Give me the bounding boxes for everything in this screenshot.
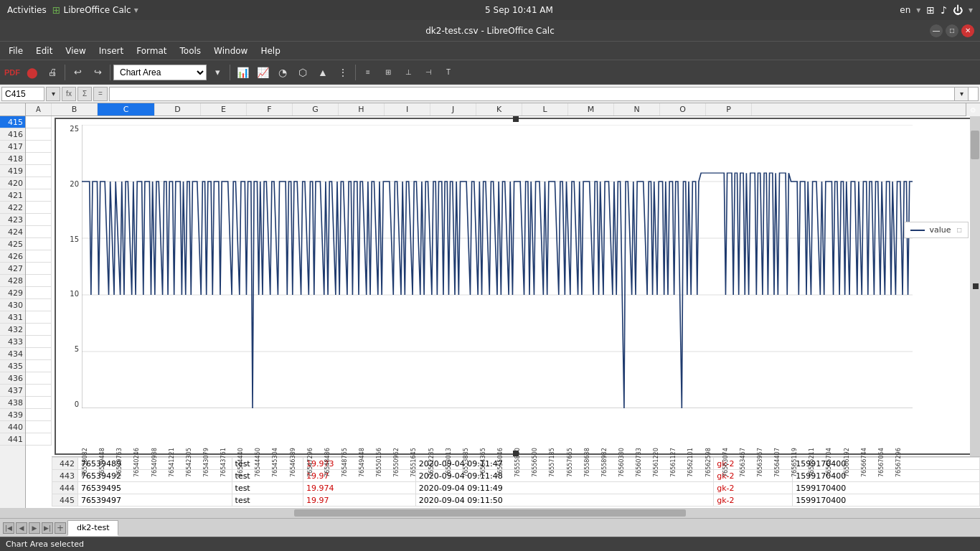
col-header-H[interactable]: H: [339, 103, 385, 116]
close-button[interactable]: ✕: [961, 24, 974, 37]
row-num-422[interactable]: 422: [0, 202, 25, 214]
tab-nav-last[interactable]: ▶|: [42, 522, 53, 534]
select-dropdown-btn[interactable]: ▾: [208, 63, 227, 82]
cell-a439[interactable]: 76: [26, 409, 51, 421]
chart-plot-area[interactable]: value □ 76538082 76539448 76539763 7654: [82, 125, 970, 448]
horizontal-scrollbar[interactable]: [0, 508, 980, 518]
menu-edit[interactable]: Edit: [30, 44, 58, 57]
row-num-420[interactable]: 420: [0, 177, 25, 189]
row-num-417[interactable]: 417: [0, 141, 25, 153]
add-sheet-button[interactable]: +: [55, 522, 66, 534]
cell-a438[interactable]: 76: [26, 397, 51, 409]
menu-window[interactable]: Window: [208, 44, 253, 57]
cell-a426[interactable]: 76: [26, 250, 51, 263]
formula-dropdown-btn[interactable]: ▾: [46, 87, 60, 101]
row-num-428[interactable]: 428: [0, 275, 25, 287]
cell-a416[interactable]: 76: [26, 128, 51, 141]
col-header-N[interactable]: N: [614, 103, 660, 116]
row-num-435[interactable]: 435: [0, 360, 25, 372]
formula-options-btn[interactable]: ▾: [954, 87, 969, 101]
cell-a419[interactable]: 76: [26, 165, 51, 177]
chart-pie-button[interactable]: ◔: [273, 63, 292, 82]
row-num-429[interactable]: 429: [0, 287, 25, 299]
cell-a425[interactable]: 76: [26, 238, 51, 250]
chart-area[interactable]: 25 20 15 10 5 0: [55, 118, 977, 455]
tab-nav-first[interactable]: |◀: [3, 522, 14, 534]
col-header-K[interactable]: K: [476, 103, 522, 116]
row-num-427[interactable]: 427: [0, 263, 25, 275]
row-num-436[interactable]: 436: [0, 372, 25, 385]
cell-a433[interactable]: 76: [26, 336, 51, 348]
col-header-A[interactable]: A: [26, 103, 52, 116]
chart-3d-button[interactable]: ⬡: [293, 63, 312, 82]
h-scrollbar-thumb[interactable]: [294, 509, 686, 517]
cell-a427[interactable]: 76: [26, 263, 51, 275]
menu-tools[interactable]: Tools: [174, 44, 207, 57]
cell-a424[interactable]: 76: [26, 226, 51, 238]
cell-a418[interactable]: 76: [26, 153, 51, 165]
row-num-432[interactable]: 432: [0, 324, 25, 336]
chart-resize-right[interactable]: [973, 283, 979, 289]
cell-445-a[interactable]: 76539497: [78, 494, 232, 507]
row-num-426[interactable]: 426: [0, 250, 25, 263]
undo-button[interactable]: ↩: [68, 63, 87, 82]
col-header-C[interactable]: C: [98, 103, 155, 116]
cell-a422[interactable]: 76: [26, 202, 51, 214]
chart-scatter-button[interactable]: ⋮: [334, 63, 352, 82]
activities-button[interactable]: Activities: [7, 5, 47, 15]
cell-a428[interactable]: 76: [26, 275, 51, 287]
cell-445-d[interactable]: 2020-09-04 09:11:50: [415, 494, 713, 507]
row-num-424[interactable]: 424: [0, 226, 25, 238]
col-header-D[interactable]: D: [155, 103, 201, 116]
row-num-419[interactable]: 419: [0, 165, 25, 177]
equals-btn[interactable]: =: [93, 87, 108, 101]
row-num-440[interactable]: 440: [0, 421, 25, 433]
cell-a434[interactable]: 76: [26, 348, 51, 360]
cell-445-e[interactable]: gk-2: [714, 494, 793, 507]
cell-a431[interactable]: 76: [26, 311, 51, 324]
table-row[interactable]: 445 76539497 test 19.97 2020-09-04 09:11…: [52, 494, 980, 507]
cell-a432[interactable]: 76: [26, 324, 51, 336]
cell-a437[interactable]: 76: [26, 385, 51, 397]
cell-a420[interactable]: 76: [26, 177, 51, 189]
row-num-416[interactable]: 416: [0, 128, 25, 141]
cell-a435[interactable]: 76: [26, 360, 51, 372]
cell-a429[interactable]: 76: [26, 287, 51, 299]
cell-445-b[interactable]: test: [232, 494, 303, 507]
col-header-E[interactable]: E: [201, 103, 247, 116]
row-num-437[interactable]: 437: [0, 385, 25, 397]
chart-line-button[interactable]: 📈: [253, 63, 272, 82]
sheet-tab-dk2-test[interactable]: dk2-test: [67, 520, 118, 536]
cell-a415[interactable]: 76: [26, 116, 51, 128]
maximize-button[interactable]: □: [946, 24, 958, 37]
col-header-F[interactable]: F: [247, 103, 293, 116]
row-num-431[interactable]: 431: [0, 311, 25, 324]
tab-nav-next[interactable]: ▶: [29, 522, 40, 534]
axis-button[interactable]: ⊥: [399, 63, 418, 82]
sum-btn[interactable]: Σ: [77, 87, 92, 101]
cell-a417[interactable]: 76: [26, 141, 51, 153]
chart-area-btn[interactable]: ▲: [314, 63, 332, 82]
row-num-425[interactable]: 425: [0, 238, 25, 250]
cell-a421[interactable]: 76: [26, 189, 51, 202]
row-num-423[interactable]: 423: [0, 214, 25, 226]
col-header-G[interactable]: G: [293, 103, 339, 116]
col-header-I[interactable]: I: [385, 103, 430, 116]
cell-a430[interactable]: 76: [26, 299, 51, 311]
tab-nav-prev[interactable]: ◀: [16, 522, 27, 534]
title-button[interactable]: T: [439, 63, 458, 82]
legend-handle[interactable]: □: [956, 227, 962, 233]
grid-button[interactable]: ⊞: [379, 63, 397, 82]
menu-insert[interactable]: Insert: [93, 44, 129, 57]
save-pdf-button[interactable]: PDF: [3, 63, 22, 82]
power-dropdown-icon[interactable]: ▾: [969, 5, 973, 15]
row-num-421[interactable]: 421: [0, 189, 25, 202]
chart-resize-bottom[interactable]: [513, 451, 519, 456]
cell-a441[interactable]: 76: [26, 433, 51, 446]
col-header-P[interactable]: P: [706, 103, 752, 116]
col-header-J[interactable]: J: [430, 103, 476, 116]
row-num-433[interactable]: 433: [0, 336, 25, 348]
cell-a436[interactable]: 76: [26, 372, 51, 385]
data-button[interactable]: ⊣: [419, 63, 438, 82]
row-num-434[interactable]: 434: [0, 348, 25, 360]
